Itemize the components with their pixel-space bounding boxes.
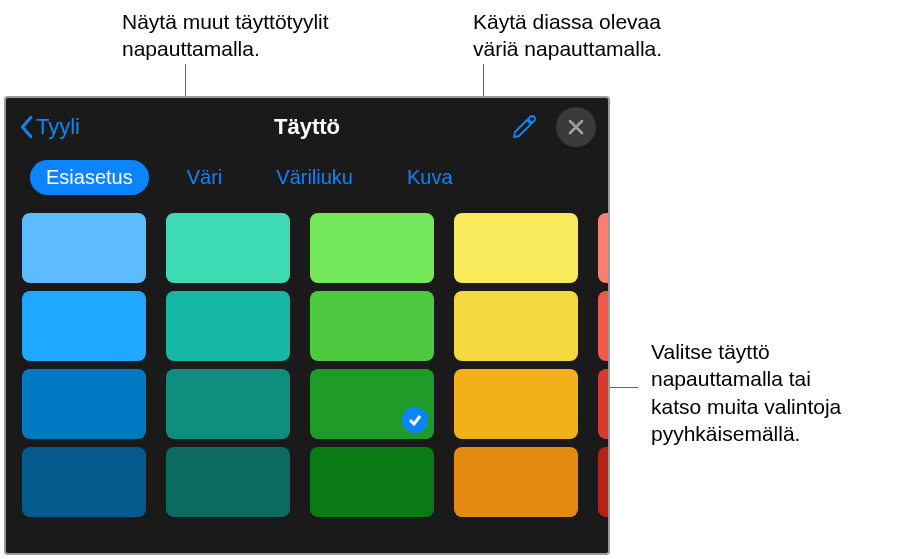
swatch-column xyxy=(22,213,146,553)
color-swatch[interactable] xyxy=(22,447,146,517)
callout-swatches: Valitse täyttö napauttamalla tai katso m… xyxy=(651,338,901,447)
color-swatch[interactable] xyxy=(166,291,290,361)
color-swatch[interactable] xyxy=(454,291,578,361)
color-swatch[interactable] xyxy=(166,369,290,439)
tab-image[interactable]: Kuva xyxy=(391,160,469,195)
tab-preset[interactable]: Esiasetus xyxy=(30,160,149,195)
color-swatch[interactable] xyxy=(310,369,434,439)
color-swatch[interactable] xyxy=(310,213,434,283)
chevron-left-icon xyxy=(18,115,34,139)
swatch-scroller[interactable] xyxy=(6,213,608,553)
eyedropper-button[interactable] xyxy=(510,113,538,141)
callout-tabs: Näytä muut täyttötyylit napauttamalla. xyxy=(122,8,382,63)
fill-panel: Tyyli Täyttö Esiasetus Väri Väriliuku Ku… xyxy=(4,96,610,555)
swatch-column xyxy=(598,213,608,553)
color-swatch[interactable] xyxy=(310,447,434,517)
panel-header: Tyyli Täyttö xyxy=(6,98,608,156)
tab-color[interactable]: Väri xyxy=(171,160,239,195)
header-actions xyxy=(510,107,596,147)
fill-tabs: Esiasetus Väri Väriliuku Kuva xyxy=(6,156,608,213)
swatch-column xyxy=(454,213,578,553)
back-button[interactable]: Tyyli xyxy=(18,114,80,140)
panel-title: Täyttö xyxy=(274,114,340,140)
color-swatch[interactable] xyxy=(310,291,434,361)
color-swatch[interactable] xyxy=(22,291,146,361)
color-swatch[interactable] xyxy=(454,213,578,283)
close-icon xyxy=(567,118,585,136)
color-swatch[interactable] xyxy=(454,447,578,517)
color-swatch[interactable] xyxy=(598,369,608,439)
color-swatch[interactable] xyxy=(166,213,290,283)
eyedropper-icon xyxy=(510,113,538,141)
color-swatch[interactable] xyxy=(22,369,146,439)
color-swatch[interactable] xyxy=(22,213,146,283)
callout-eyedropper: Käytä diassa olevaa väriä napauttamalla. xyxy=(473,8,733,63)
color-swatch[interactable] xyxy=(598,291,608,361)
swatch-row xyxy=(22,213,592,553)
color-swatch[interactable] xyxy=(454,369,578,439)
swatch-column xyxy=(166,213,290,553)
swatch-column xyxy=(310,213,434,553)
close-button[interactable] xyxy=(556,107,596,147)
color-swatch[interactable] xyxy=(598,447,608,517)
tab-gradient[interactable]: Väriliuku xyxy=(260,160,369,195)
color-swatch[interactable] xyxy=(166,447,290,517)
checkmark-icon xyxy=(402,407,428,433)
back-label: Tyyli xyxy=(36,114,80,140)
color-swatch[interactable] xyxy=(598,213,608,283)
